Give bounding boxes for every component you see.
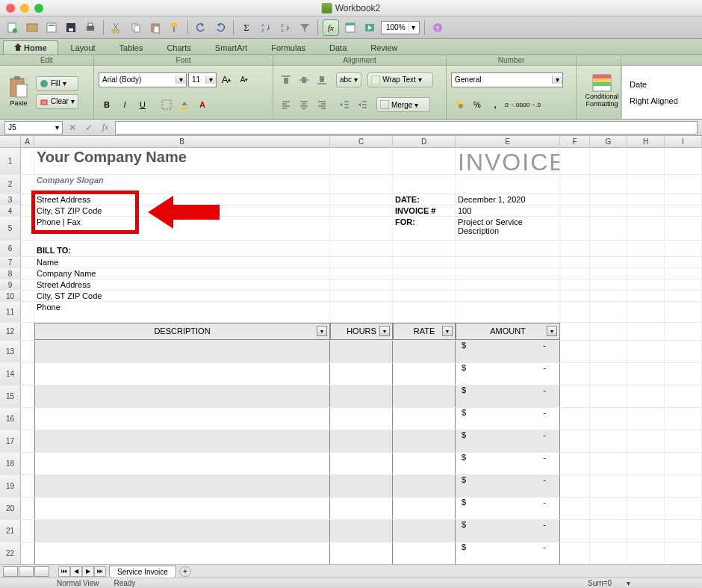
cell[interactable] bbox=[590, 241, 627, 256]
filter-dropdown[interactable]: ▼ bbox=[317, 326, 327, 336]
decrease-decimal-button[interactable]: .00→.0 bbox=[523, 96, 539, 113]
align-left-button[interactable] bbox=[278, 96, 294, 113]
merge-button[interactable]: Merge▾ bbox=[376, 97, 430, 112]
cell[interactable] bbox=[590, 291, 627, 301]
autosum-button[interactable]: Σ bbox=[238, 19, 255, 36]
cell[interactable] bbox=[627, 205, 665, 216]
accept-formula-button[interactable]: ✓ bbox=[82, 121, 96, 134]
col-header-b[interactable]: B bbox=[34, 136, 330, 147]
cell[interactable] bbox=[665, 279, 702, 290]
cell[interactable] bbox=[330, 205, 393, 216]
col-header-d[interactable]: D bbox=[393, 136, 456, 147]
cell[interactable] bbox=[665, 257, 702, 267]
copy-button[interactable] bbox=[128, 19, 144, 36]
zoom-window-button[interactable] bbox=[34, 4, 43, 13]
close-window-button[interactable] bbox=[6, 4, 15, 13]
cell[interactable] bbox=[665, 217, 702, 240]
cell-amount[interactable]: $- bbox=[456, 430, 560, 452]
cell[interactable] bbox=[665, 341, 702, 362]
row-header[interactable]: 13 bbox=[0, 341, 21, 362]
row-header[interactable]: 10 bbox=[0, 291, 21, 301]
cell-description[interactable] bbox=[34, 475, 330, 497]
col-header-h[interactable]: H bbox=[627, 136, 665, 147]
tab-home[interactable]: Home bbox=[3, 40, 58, 55]
cell[interactable] bbox=[590, 257, 627, 267]
cell[interactable] bbox=[590, 363, 627, 385]
cell-date-value[interactable]: December 1, 2020 bbox=[456, 194, 560, 205]
cell[interactable] bbox=[21, 341, 34, 362]
cell[interactable] bbox=[560, 542, 590, 564]
row-header[interactable]: 16 bbox=[0, 408, 21, 430]
paste-button[interactable]: Paste bbox=[4, 67, 33, 115]
cell[interactable] bbox=[393, 148, 456, 174]
cell[interactable] bbox=[560, 268, 590, 279]
cell[interactable] bbox=[665, 363, 702, 385]
cell[interactable] bbox=[393, 279, 456, 290]
select-all-corner[interactable] bbox=[0, 136, 21, 147]
cell[interactable] bbox=[627, 520, 665, 542]
cell[interactable] bbox=[393, 268, 456, 279]
cell[interactable] bbox=[21, 386, 34, 407]
italic-button[interactable]: I bbox=[117, 96, 133, 113]
cell[interactable] bbox=[665, 386, 702, 407]
cell[interactable] bbox=[330, 175, 393, 194]
tab-data[interactable]: Data bbox=[318, 40, 358, 55]
wrap-text-button[interactable]: Wrap Text▾ bbox=[367, 72, 433, 87]
cell-amount[interactable]: $- bbox=[456, 520, 560, 542]
font-size-combo[interactable]: 11▾ bbox=[188, 72, 217, 87]
row-header[interactable]: 19 bbox=[0, 475, 21, 497]
row-header[interactable]: 9 bbox=[0, 279, 21, 290]
cell[interactable] bbox=[665, 241, 702, 256]
cell[interactable] bbox=[21, 241, 34, 256]
cell-amount[interactable]: $- bbox=[456, 341, 560, 362]
cell[interactable] bbox=[560, 205, 590, 216]
cell[interactable] bbox=[21, 148, 34, 174]
col-header-g[interactable]: G bbox=[590, 136, 627, 147]
cell-rate[interactable] bbox=[393, 453, 456, 474]
cell[interactable] bbox=[560, 217, 590, 240]
cell-rate[interactable] bbox=[393, 498, 456, 519]
row-header[interactable]: 18 bbox=[0, 453, 21, 474]
cell[interactable] bbox=[627, 194, 665, 205]
cell[interactable] bbox=[590, 148, 627, 174]
cell[interactable] bbox=[330, 302, 393, 322]
cell-description[interactable] bbox=[34, 498, 330, 519]
cell[interactable] bbox=[21, 323, 34, 340]
row-header[interactable]: 12 bbox=[0, 323, 21, 340]
cell[interactable] bbox=[393, 175, 456, 194]
cell[interactable] bbox=[590, 323, 627, 340]
cell[interactable] bbox=[627, 386, 665, 407]
view-pagebreak-button[interactable] bbox=[34, 566, 49, 577]
th-hours[interactable]: HOURS▼ bbox=[330, 323, 393, 340]
th-rate[interactable]: RATE▼ bbox=[393, 323, 456, 340]
cell[interactable] bbox=[560, 341, 590, 362]
cell[interactable] bbox=[21, 520, 34, 542]
view-normal-button[interactable] bbox=[3, 566, 18, 577]
new-workbook-button[interactable] bbox=[4, 19, 21, 36]
cell[interactable] bbox=[560, 194, 590, 205]
save-button[interactable] bbox=[63, 19, 79, 36]
fx-button[interactable]: fx bbox=[323, 19, 339, 36]
cell[interactable] bbox=[590, 217, 627, 240]
cell[interactable] bbox=[665, 323, 702, 340]
font-name-combo[interactable]: Arial (Body)▾ bbox=[99, 72, 187, 87]
cell-rate[interactable] bbox=[393, 430, 456, 452]
cell[interactable] bbox=[590, 408, 627, 430]
cell[interactable] bbox=[21, 279, 34, 290]
cell[interactable] bbox=[665, 542, 702, 564]
clear-button[interactable]: Clear▾ bbox=[36, 94, 78, 109]
cell[interactable] bbox=[21, 542, 34, 564]
show-toolbox-button[interactable] bbox=[342, 19, 358, 36]
cell[interactable] bbox=[627, 291, 665, 301]
conditional-formatting-button[interactable]: Conditional Formatting bbox=[581, 67, 623, 115]
cell-amount[interactable]: $- bbox=[456, 498, 560, 519]
cell-company-name[interactable]: Your Company Name bbox=[34, 148, 330, 174]
row-header[interactable]: 5 bbox=[0, 217, 21, 240]
cell[interactable] bbox=[560, 386, 590, 407]
th-amount[interactable]: AMOUNT▼ bbox=[456, 323, 560, 340]
cell-description[interactable] bbox=[34, 386, 330, 407]
tab-tables[interactable]: Tables bbox=[108, 40, 155, 55]
cell[interactable] bbox=[21, 498, 34, 519]
row-header[interactable]: 21 bbox=[0, 520, 21, 542]
view-layout-button[interactable] bbox=[19, 566, 34, 577]
